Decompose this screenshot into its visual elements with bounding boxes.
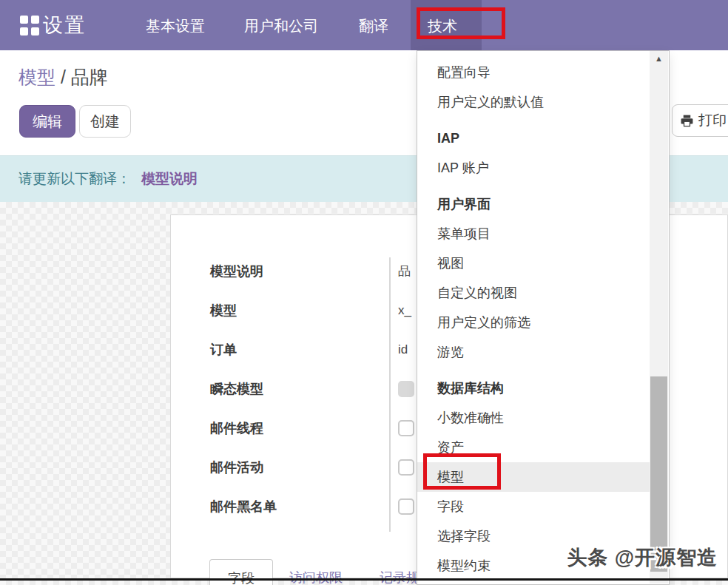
dropdown-item[interactable]: 字段 (417, 492, 651, 521)
nav-item-3[interactable]: 翻译 (359, 16, 388, 36)
dropdown-item[interactable]: IAP 账户 (417, 153, 651, 183)
dropdown-item[interactable]: 用户定义的筛选 (417, 308, 651, 337)
print-button[interactable]: 打印 (672, 104, 728, 137)
create-button[interactable]: 创建 (79, 105, 131, 138)
breadcrumb-parent-link[interactable]: 模型 (18, 67, 55, 87)
field-value: 品 (398, 263, 411, 280)
bottom-frame-line (0, 578, 728, 581)
app-title: 设置 (43, 12, 86, 38)
dropdown-item[interactable]: 视图 (417, 248, 651, 278)
annotation-box-models-item (423, 453, 501, 490)
nav-item-1[interactable]: 基本设置 (146, 16, 205, 36)
tab-2[interactable]: 访问权限 (289, 569, 343, 585)
print-button-label: 打印 (698, 111, 727, 130)
field-label: 邮件黑名单 (210, 498, 398, 515)
checkbox-disabled (398, 381, 414, 397)
watermark: 头条 @开源智造 (567, 544, 718, 571)
breadcrumb-current: 品牌 (71, 67, 108, 87)
dropdown-scrollbar[interactable]: ▲ (650, 51, 668, 584)
dropdown-item[interactable]: 小数准确性 (417, 403, 651, 433)
dropdown-item[interactable]: 菜单项目 (417, 219, 651, 248)
printer-icon (680, 114, 694, 128)
apps-grid-icon[interactable] (20, 16, 40, 35)
checkbox[interactable] (398, 498, 414, 515)
field-label: 瞬态模型 (210, 380, 398, 398)
nav-item-2[interactable]: 用户和公司 (244, 16, 318, 36)
edit-button[interactable]: 编辑 (19, 105, 75, 138)
scrollbar-thumb[interactable] (650, 376, 667, 572)
tab-1-active[interactable]: 字段 (209, 559, 273, 585)
field-value: id (398, 342, 408, 357)
field-label: 订单 (210, 341, 398, 359)
dropdown-section-header: 数据库结构 (417, 373, 651, 403)
field-label: 邮件活动 (210, 459, 398, 476)
dropdown-section-header: 用户界面 (417, 189, 651, 219)
breadcrumb: 模型 / 品牌 (18, 65, 108, 89)
top-navbar: 设置 基本设置用户和公司翻译技术 (0, 0, 728, 50)
dropdown-item[interactable]: 自定义的视图 (417, 278, 651, 308)
checkbox[interactable] (398, 459, 414, 476)
scrollbar-up-arrow-icon[interactable]: ▲ (650, 54, 668, 63)
dropdown-section-header: IAP (417, 124, 651, 153)
app-window: 设置 基本设置用户和公司翻译技术 模型 / 品牌 编辑 创建 打印 请更新以下翻… (0, 0, 728, 585)
alert-message: 请更新以下翻译： (18, 169, 131, 189)
field-label: 邮件线程 (210, 419, 398, 437)
field-label: 模型说明 (210, 263, 398, 280)
checkbox[interactable] (398, 420, 414, 436)
dropdown-item[interactable]: 配置向导 (417, 58, 651, 87)
form-column-divider (389, 257, 391, 532)
dropdown-item[interactable]: 用户定义的默认值 (417, 87, 651, 117)
alert-translation-link[interactable]: 模型说明 (141, 169, 198, 189)
field-value: x_ (398, 303, 411, 318)
breadcrumb-separator: / (55, 67, 71, 87)
field-label: 模型 (210, 302, 398, 319)
dropdown-item[interactable]: 游览 (417, 337, 651, 367)
annotation-box-technical-menu (417, 7, 505, 39)
technical-dropdown-menu: 配置向导用户定义的默认值IAPIAP 账户用户界面菜单项目视图自定义的视图用户定… (417, 50, 670, 585)
